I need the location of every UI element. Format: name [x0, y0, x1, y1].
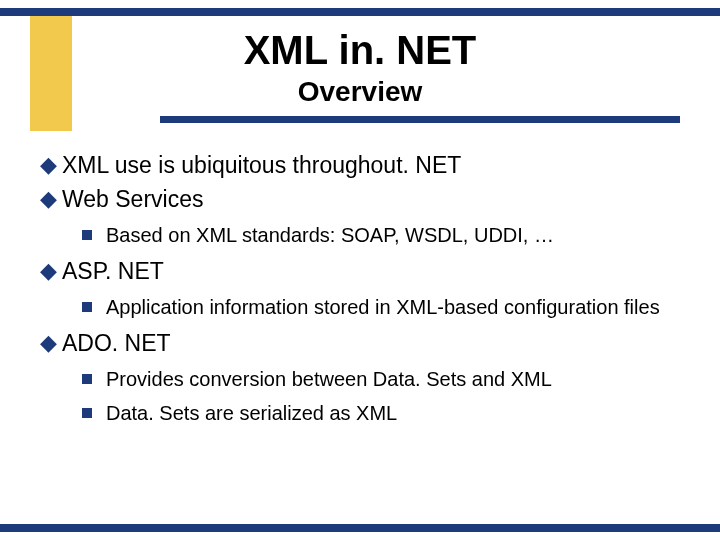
diamond-bullet-icon: ◆ — [40, 328, 62, 358]
square-bullet-icon — [82, 302, 92, 312]
slide-subtitle: Overview — [0, 76, 720, 108]
list-item-text: Web Services — [62, 184, 203, 214]
list-item: ◆ ASP. NET — [40, 256, 680, 286]
list-item: ◆ Web Services — [40, 184, 680, 214]
list-item-text: ASP. NET — [62, 256, 164, 286]
list-subitem: Provides conversion between Data. Sets a… — [82, 366, 680, 392]
title-underline — [160, 116, 680, 123]
slide-title: XML in. NET — [0, 28, 720, 73]
diamond-bullet-icon: ◆ — [40, 150, 62, 180]
list-subitem-text: Provides conversion between Data. Sets a… — [106, 366, 552, 392]
diamond-bullet-icon: ◆ — [40, 184, 62, 214]
list-item: ◆ XML use is ubiquitous throughout. NET — [40, 150, 680, 180]
top-accent-bar — [0, 8, 720, 16]
list-subitem: Data. Sets are serialized as XML — [82, 400, 680, 426]
list-subitem: Based on XML standards: SOAP, WSDL, UDDI… — [82, 222, 680, 248]
slide-body: ◆ XML use is ubiquitous throughout. NET … — [40, 150, 680, 434]
list-item-text: ADO. NET — [62, 328, 171, 358]
diamond-bullet-icon: ◆ — [40, 256, 62, 286]
list-subitem-text: Data. Sets are serialized as XML — [106, 400, 397, 426]
slide: XML in. NET Overview ◆ XML use is ubiqui… — [0, 0, 720, 540]
list-item-text: XML use is ubiquitous throughout. NET — [62, 150, 461, 180]
square-bullet-icon — [82, 408, 92, 418]
bottom-accent-bar — [0, 524, 720, 532]
square-bullet-icon — [82, 230, 92, 240]
square-bullet-icon — [82, 374, 92, 384]
list-item: ◆ ADO. NET — [40, 328, 680, 358]
list-subitem-text: Based on XML standards: SOAP, WSDL, UDDI… — [106, 222, 554, 248]
list-subitem: Application information stored in XML-ba… — [82, 294, 680, 320]
list-subitem-text: Application information stored in XML-ba… — [106, 294, 660, 320]
